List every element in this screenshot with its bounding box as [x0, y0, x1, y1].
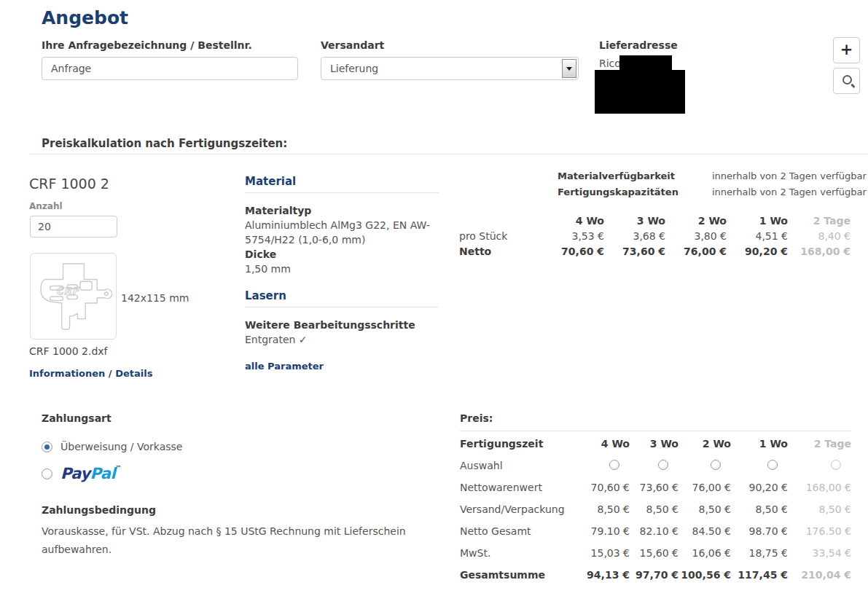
column-header: 2 Tage [788, 433, 851, 455]
price-cell: 8,50 € [630, 498, 679, 520]
quantity-label: Anzahl [29, 201, 63, 211]
selection-label: Auswahl [460, 455, 579, 477]
redacted-address-block [595, 70, 685, 114]
unit-price-row: pro Stück 3,53 € 3,68 € 3,80 € 4,51 € 8,… [459, 228, 851, 243]
unit-price-table: 4 Wo 3 Wo 2 Wo 1 Wo 2 Tage pro Stück 3,5… [459, 213, 851, 259]
price-cell: 176.50 € [788, 520, 851, 542]
price-cell: 8,50 € [579, 498, 630, 520]
column-header: 1 Wo [731, 433, 788, 455]
row-label: Gesamtsumme [460, 564, 579, 586]
price-block: Preis: Fertigungszeit 4 Wo 3 Wo 2 Wo 1 W… [460, 412, 851, 586]
request-field-label: Ihre Anfragebezeichnung / Bestellnr. [42, 39, 252, 51]
shipping-field-label: Versandart [321, 39, 384, 51]
payment-block: Zahlungsart Überweisung / Vorkasse PayPa… [42, 412, 435, 559]
radio-3wo[interactable] [658, 460, 668, 470]
price-cell: 70,60 € [543, 243, 604, 259]
price-cell: 168,00 € [788, 477, 851, 498]
svg-text:CRF: CRF [56, 285, 80, 297]
price-table-header-row: Fertigungszeit 4 Wo 3 Wo 2 Wo 1 Wo 2 Tag… [460, 433, 851, 455]
price-cell: 97,70 € [630, 564, 679, 586]
redacted-address-line [619, 55, 672, 71]
selection-row: Auswahl [460, 455, 851, 477]
net-total-row: Netto Gesamt 79.10 € 82.10 € 84.50 € 98.… [460, 520, 851, 542]
part-preview[interactable]: CRF [30, 253, 117, 340]
shipping-select-value: Lieferung [330, 63, 378, 74]
bank-transfer-label: Überweisung / Vorkasse [60, 441, 182, 452]
price-cell: 8,40 € [788, 228, 851, 243]
price-cell: 73,60 € [604, 243, 665, 259]
section-divider [29, 154, 868, 154]
radio-paypal[interactable] [42, 468, 52, 479]
price-heading: Preis: [460, 412, 851, 431]
availability-block: Materialverfügbarkeit innerhalb von 2 Ta… [459, 170, 868, 203]
price-cell: 90,20 € [731, 477, 788, 498]
material-column: Material Materialtyp Aluminiumblech AlMg… [245, 175, 439, 372]
all-parameters-link[interactable]: alle Parameter [245, 361, 439, 372]
price-cell: 117,45 € [731, 564, 788, 586]
shipping-row: Versand/Verpackung 8,50 € 8,50 € 8,50 € … [460, 498, 851, 520]
price-cell: 3,68 € [604, 228, 665, 243]
price-cell: 4,51 € [727, 228, 788, 243]
price-cell: 33,54 € [788, 542, 851, 564]
info-details-link[interactable]: Informationen / Details [29, 368, 152, 379]
price-cell: 8,50 € [788, 498, 851, 520]
shipping-select[interactable]: Lieferung [321, 57, 579, 80]
row-label: Netto [459, 243, 543, 259]
payment-terms-text: Vorauskasse, für VSt. Abzug nach § 15 US… [42, 522, 426, 559]
row-label: Netto Gesamt [460, 520, 579, 542]
column-header: 2 Wo [679, 433, 731, 455]
delivery-address-name: Rico [599, 58, 621, 69]
material-type-label: Materialtyp [245, 203, 439, 218]
price-cell: 100,56 € [679, 564, 731, 586]
price-cell: 8,50 € [731, 498, 788, 520]
price-cell: 8,50 € [679, 498, 731, 520]
price-cell: 3,53 € [543, 228, 604, 243]
column-header: 3 Wo [630, 433, 679, 455]
process-heading: Lasern [245, 289, 439, 307]
price-cell: 16,06 € [679, 542, 731, 564]
payment-terms-heading: Zahlungsbedingung [42, 504, 435, 516]
search-button[interactable] [833, 68, 860, 94]
price-cell: 94,13 € [579, 564, 630, 586]
paypal-logo: PayPal™ [60, 465, 121, 482]
request-input[interactable] [42, 57, 298, 80]
price-cell: 84.50 € [679, 520, 731, 542]
unit-table-header-row: 4 Wo 3 Wo 2 Wo 1 Wo 2 Tage [459, 213, 851, 228]
radio-2tage[interactable] [831, 460, 841, 470]
column-header: 2 Wo [665, 213, 727, 228]
radio-1wo[interactable] [767, 460, 778, 470]
delivery-address-label: Lieferadresse [599, 39, 678, 51]
net-value-row: Nettowarenwert 70,60 € 73,60 € 76,00 € 9… [460, 477, 851, 498]
radio-2wo[interactable] [711, 460, 721, 470]
thickness-label: Dicke [245, 247, 439, 262]
price-cell: 70,60 € [579, 477, 630, 498]
thickness-value: 1,50 mm [245, 262, 439, 276]
column-header: 1 Wo [727, 213, 788, 228]
price-cell: 15,03 € [579, 542, 630, 564]
part-name: CRF 1000 2 [29, 176, 109, 192]
production-time-label: Fertigungszeit [460, 433, 579, 455]
quantity-input[interactable] [30, 216, 117, 238]
part-filename: CRF 1000 2.dxf [29, 345, 108, 357]
add-button[interactable]: + [833, 37, 860, 63]
capacity-label: Fertigungskapazitäten [558, 187, 712, 197]
vat-row: MwSt. 15,03 € 15,60 € 16,06 € 18,75 € 33… [460, 542, 851, 564]
radio-bank-transfer[interactable] [42, 442, 52, 452]
price-cell: 76,00 € [679, 477, 731, 498]
part-dimensions: 142x115 mm [121, 292, 189, 304]
price-cell: 82.10 € [630, 520, 679, 542]
part-preview-drawing: CRF [34, 257, 112, 335]
row-label: Nettowarenwert [460, 477, 579, 498]
plus-icon: + [840, 42, 853, 58]
processing-steps-value: Entgraten ✓ [245, 332, 439, 347]
search-icon [842, 75, 852, 85]
chevron-down-icon[interactable] [562, 59, 576, 78]
radio-4wo[interactable] [609, 460, 619, 470]
column-header: 4 Wo [543, 213, 604, 228]
price-cell: 73,60 € [630, 477, 679, 498]
price-cell: 98.70 € [731, 520, 788, 542]
material-availability-value: innerhalb von 2 Tagen verfügbar [712, 170, 867, 181]
price-cell: 168,00 € [788, 243, 851, 259]
price-cell: 79.10 € [579, 520, 630, 542]
column-header: 4 Wo [579, 433, 630, 455]
